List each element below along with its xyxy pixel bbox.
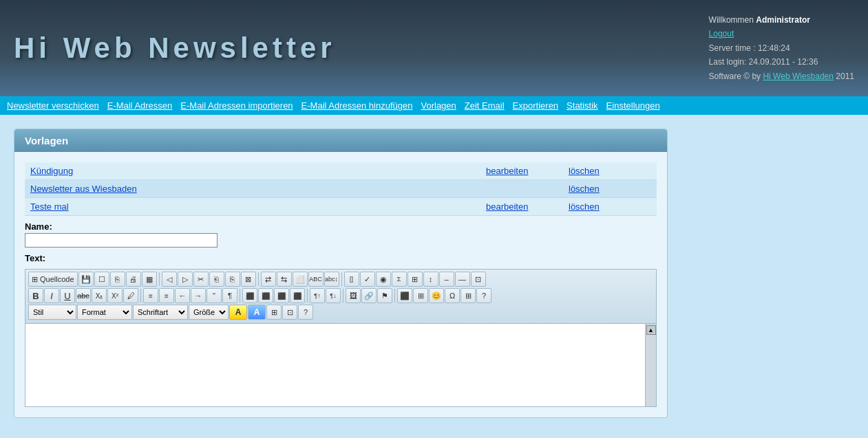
ol-btn[interactable]: ≡ <box>143 288 158 303</box>
outdent-btn[interactable]: ← <box>175 288 190 303</box>
sup-btn[interactable]: X² <box>107 288 123 303</box>
find-btn[interactable]: ⇄ <box>261 272 276 287</box>
cut-btn[interactable]: ✂ <box>193 272 209 287</box>
lang-btn[interactable]: abc↕ <box>324 272 339 287</box>
image-btn[interactable]: ⬜ <box>293 272 308 287</box>
template-name-link[interactable]: Kündigung <box>30 166 73 176</box>
delete-link[interactable]: löschen <box>569 201 600 212</box>
bold-btn[interactable]: B <box>28 288 43 303</box>
align-center-btn[interactable]: ⬛ <box>258 288 273 303</box>
nav-item[interactable]: E-Mail Adressen <box>107 100 173 111</box>
last-login: Last login: 24.09.2011 - 12:36 <box>709 55 854 69</box>
align-right-btn[interactable]: ⬛ <box>274 288 289 303</box>
template3-btn[interactable]: ⊞ <box>266 305 282 320</box>
rtl-btn[interactable]: ¶↓ <box>326 288 341 303</box>
radio-btn[interactable]: ◉ <box>376 272 391 287</box>
sep4 <box>140 289 141 303</box>
nav-item[interactable]: Zeit Email <box>465 100 505 111</box>
font-select[interactable]: Schriftart <box>133 305 188 320</box>
size-select[interactable]: Größe <box>189 305 229 320</box>
align-left-btn[interactable]: ⬛ <box>242 288 257 303</box>
indent-btn[interactable]: → <box>191 288 206 303</box>
paste-btn[interactable]: ⎘ <box>225 272 240 287</box>
editor-scrollbar[interactable]: ▲ <box>645 324 656 406</box>
preview-btn[interactable]: ▦ <box>142 272 157 287</box>
anchor-btn[interactable]: [] <box>344 272 359 287</box>
hr2-btn[interactable]: ⬛ <box>397 288 412 303</box>
para-btn[interactable]: ¶ <box>222 288 237 303</box>
editor-body[interactable] <box>25 324 645 406</box>
delete-link[interactable]: löschen <box>569 166 600 176</box>
template-row: Kündigungbearbeitenlöschen <box>25 162 657 180</box>
template-name-link[interactable]: Newsletter aus Wiesbaden <box>30 184 137 194</box>
ltr-btn[interactable]: ¶↑ <box>310 288 325 303</box>
strike-btn[interactable]: abc <box>76 288 91 303</box>
line-btn[interactable]: – <box>439 272 454 287</box>
css-btn[interactable]: ⊡ <box>282 305 297 320</box>
bg-color-btn[interactable]: A <box>248 305 266 320</box>
print-btn[interactable]: 🖨 <box>126 272 141 287</box>
navbar: Newsletter verschickenE-Mail AdressenE-M… <box>0 96 868 115</box>
paste-text-btn[interactable]: ⊠ <box>241 272 256 287</box>
symbol-btn[interactable]: ⊡ <box>471 272 486 287</box>
table-prop-btn[interactable]: ⊞ <box>407 272 423 287</box>
template-name-link[interactable]: Teste mal <box>30 201 69 212</box>
row-btn[interactable]: ↕ <box>423 272 438 287</box>
nav-item[interactable]: Exportieren <box>513 100 558 111</box>
checkbox-btn[interactable]: ✓ <box>360 272 375 287</box>
nav-item[interactable]: E-Mail Adressen hinzufügen <box>301 100 413 111</box>
redo-btn[interactable]: ▷ <box>178 272 193 287</box>
smiley-btn[interactable]: 😊 <box>429 288 444 303</box>
anchor2-btn[interactable]: ⚑ <box>377 288 392 303</box>
table2-btn[interactable]: ⊞ <box>413 288 428 303</box>
format-select[interactable]: Format <box>77 305 132 320</box>
hr-btn[interactable]: — <box>455 272 470 287</box>
nav-item[interactable]: E-Mail Adressen importieren <box>180 100 293 111</box>
blockquote-btn[interactable]: " <box>207 288 222 303</box>
template2-btn[interactable]: ⊞ <box>461 288 476 303</box>
font-color-btn[interactable]: A <box>229 305 247 320</box>
link-btn[interactable]: 🔗 <box>361 288 377 303</box>
scroll-up-btn[interactable]: ▲ <box>646 325 656 335</box>
delete-link[interactable]: löschen <box>569 184 600 194</box>
align-justify-btn[interactable]: ⬛ <box>290 288 305 303</box>
table-btn[interactable]: Σ <box>392 272 407 287</box>
copyright-link[interactable]: Hi Web Wiesbaden <box>763 72 834 81</box>
content: Vorlagen KündigungbearbeitenlöschenNewsl… <box>0 115 868 432</box>
copy-btn[interactable]: ⎗ <box>209 272 224 287</box>
color-pen-btn[interactable]: 🖊 <box>123 288 138 303</box>
source-button[interactable]: ⊞ Quellcode <box>28 272 78 287</box>
sep5 <box>240 289 240 303</box>
help2-btn[interactable]: ? <box>298 305 313 320</box>
spell-btn[interactable]: ABC <box>308 272 324 287</box>
panel: Vorlagen KündigungbearbeitenlöschenNewsl… <box>14 129 668 418</box>
name-label: Name: <box>25 221 657 232</box>
toolbar-row-2: B I U abc X₂ X² 🖊 ≡ ≡ ← → " ¶ <box>28 288 653 303</box>
sub-btn[interactable]: X₂ <box>92 288 107 303</box>
help-btn[interactable]: ? <box>476 288 491 303</box>
save-btn[interactable]: 💾 <box>78 272 94 287</box>
underline-btn[interactable]: U <box>60 288 75 303</box>
nav-item[interactable]: Statistik <box>567 100 598 111</box>
server-time: Server time : 12:48:24 <box>709 41 854 55</box>
logout-link[interactable]: Logout <box>709 29 734 39</box>
style-select[interactable]: Stil <box>28 305 76 320</box>
nav-item[interactable]: Newsletter verschicken <box>7 100 99 111</box>
omega-btn[interactable]: Ω <box>445 288 460 303</box>
template-btn[interactable]: ⎘ <box>110 272 125 287</box>
welcome-text: Willkommen <box>709 15 754 25</box>
replace-btn[interactable]: ⇆ <box>277 272 292 287</box>
name-input[interactable] <box>25 233 218 248</box>
edit-link[interactable]: bearbeiten <box>486 166 528 176</box>
format-select-wrap: Format <box>77 305 132 320</box>
edit-link[interactable]: bearbeiten <box>486 201 528 212</box>
nav-item[interactable]: Einstellungen <box>606 100 660 111</box>
new-btn[interactable]: ☐ <box>94 272 109 287</box>
ul-btn[interactable]: ≡ <box>159 288 174 303</box>
italic-btn[interactable]: I <box>44 288 59 303</box>
toolbar-row-1: ⊞ Quellcode 💾 ☐ ⎘ 🖨 ▦ ◁ ▷ ✂ ⎗ ⎘ ⊠ <box>28 272 653 287</box>
insert-img-btn[interactable]: 🖼 <box>346 288 361 303</box>
undo-btn[interactable]: ◁ <box>162 272 177 287</box>
nav-item[interactable]: Vorlagen <box>421 100 456 111</box>
editor-container: ⊞ Quellcode 💾 ☐ ⎘ 🖨 ▦ ◁ ▷ ✂ ⎗ ⎘ ⊠ <box>25 269 657 407</box>
